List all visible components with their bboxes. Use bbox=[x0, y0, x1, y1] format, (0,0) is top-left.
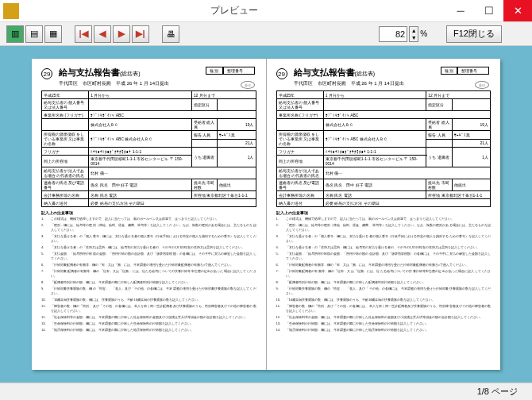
seal: 受印 bbox=[475, 81, 489, 89]
note-item: 7.「控除対象配偶者の有無等」欄の「従有」又は「従無」には、従たる給与についての… bbox=[276, 269, 492, 279]
prev-page-button[interactable]: ◀ bbox=[94, 25, 111, 43]
note-item: 11.「障害者の数」欄の「特別」及び「その他」の各欄には、本人を除く同一生計配偶… bbox=[41, 304, 256, 313]
zoom-input[interactable] bbox=[379, 26, 407, 42]
note-item: 4.「支払を受ける者」の「住所又は居所」欄には、給与等の支払を受ける者の、その年… bbox=[276, 245, 492, 250]
app-icon bbox=[3, 3, 19, 19]
notes: 1.この様式は、機械で処理しますので、記入に当たっては、黒のボールペン又は鉛筆で… bbox=[41, 217, 256, 333]
top-box: 種 別整理番号 bbox=[206, 67, 254, 75]
seal: 受印 bbox=[241, 81, 255, 89]
note-item: 13.「生命保険料の控除額」欄には、年末調整の際に控除した生命保険料の控除額を記… bbox=[41, 321, 256, 326]
print-button[interactable]: 🖶 bbox=[162, 25, 179, 43]
doc-number: 29 bbox=[41, 68, 52, 79]
view-page-button[interactable]: ▦ bbox=[44, 25, 62, 43]
note-item: 13.「生命保険料の控除額」欄には、年末調整の際に控除した生命保険料の控除額を記… bbox=[276, 321, 492, 326]
note-item: 11.「障害者の数」欄の「特別」及び「その他」の各欄には、本人を除く同一生計配偶… bbox=[276, 304, 492, 313]
view-double-button[interactable]: ▤ bbox=[25, 25, 43, 43]
window-title: プレビュー bbox=[22, 4, 446, 17]
form-table: 平成25年1 月分から12 月分まで給与支払者の 個人番号又は法人番号指定区分事… bbox=[276, 90, 492, 207]
status-bar: 1/8 ページ bbox=[0, 383, 532, 400]
doc-number: 29 bbox=[276, 68, 287, 79]
notes-title: 記入上の注意事項 bbox=[41, 210, 256, 215]
next-page-button[interactable]: ▶ bbox=[113, 25, 130, 43]
note-item: 14.「地震保険料の控除額」欄には、年末調整の際に控除した地震保険料の控除額を記… bbox=[41, 328, 256, 333]
note-item: 12.「社会保険料等の金額」欄には、年末調整の際に控除した社会保険料の金額及び小… bbox=[276, 315, 492, 320]
form-table: 平成25年1 月分から12 月分まで給与支払者の 個人番号又は法人番号指定区分事… bbox=[41, 90, 256, 207]
zoom-control: ▲▼ % bbox=[379, 26, 427, 42]
maximize-button[interactable]: ☐ bbox=[475, 0, 503, 21]
toolbar: ▥ ▤ ▦ |◀ ◀ ▶ ▶| 🖶 ▲▼ % F12閉じる bbox=[0, 22, 532, 46]
close-button[interactable]: ✕ bbox=[503, 0, 532, 21]
note-item: 1.この様式は、機械で処理しますので、記入に当たっては、黒のボールペン又は鉛筆で… bbox=[276, 217, 492, 221]
note-item: 9.「控除対象扶養親族の数」欄の「特定」、「老人」及び「その他」の各欄には、年末… bbox=[41, 287, 256, 296]
preview-area: 29給与支払報告書(総括表)千代田区 市区町村長殿 平成 26 年 1 月 14… bbox=[0, 46, 532, 383]
page-right: 29給与支払報告書(総括表)千代田区 市区町村長殿 平成 26 年 1 月 14… bbox=[267, 59, 501, 370]
note-item: 3.「支払を受ける者」の「個人番号」欄には、支払を受ける者の個人番号（行政手続に… bbox=[276, 234, 492, 244]
note-item: 5.「支払金額」「給与所得控除後の金額」「所得控除の額の合計額」及び「源泉徴収税… bbox=[276, 252, 492, 261]
note-item: 9.「控除対象扶養親族の数」欄の「特定」、「老人」及び「その他」の各欄には、年末… bbox=[276, 287, 492, 296]
last-page-button[interactable]: ▶| bbox=[132, 25, 149, 43]
top-box: 種 別整理番号 bbox=[441, 67, 489, 75]
note-item: 6.「控除対象配偶者の有無等」欄の「有」又は「無」には、年末調整の適用を受けた控… bbox=[276, 263, 492, 267]
zoom-spinner[interactable]: ▲▼ bbox=[409, 26, 418, 42]
note-item: 7.「控除対象配偶者の有無等」欄の「従有」又は「従無」には、従たる給与についての… bbox=[41, 269, 256, 279]
view-single-button[interactable]: ▥ bbox=[6, 25, 24, 43]
note-item: 5.「支払金額」「給与所得控除後の金額」「所得控除の額の合計額」及び「源泉徴収税… bbox=[41, 252, 256, 261]
sheet: 29給与支払報告書(総括表)千代田区 市区町村長殿 平成 26 年 1 月 14… bbox=[32, 59, 500, 370]
notes-title: 記入上の注意事項 bbox=[276, 210, 492, 215]
note-item: 12.「社会保険料等の金額」欄には、年末調整の際に控除した社会保険料の金額及び小… bbox=[41, 315, 256, 320]
first-page-button[interactable]: |◀ bbox=[75, 25, 92, 43]
note-item: 2.「種別」欄には、給与等の種別（俸給、給料、賃金、歳費、賞与等）を記入してくだ… bbox=[41, 223, 256, 233]
page-indicator: 1/8 ページ bbox=[477, 386, 518, 398]
note-item: 2.「種別」欄には、給与等の種別（俸給、給料、賃金、歳費、賞与等）を記入してくだ… bbox=[276, 223, 492, 233]
doc-addr: 千代田区 市区町村長殿 平成 26 年 1 月 14日提出 bbox=[59, 80, 256, 87]
note-item: 8.「配偶者特別控除の額」欄には、年末調整の際に控除した配偶者特別控除額を記入し… bbox=[41, 280, 256, 285]
note-item: 10.「16歳未満扶養親族の数」欄には、扶養親族のうち、年齢16歳未満の扶養親族… bbox=[276, 298, 492, 302]
notes: 1.この様式は、機械で処理しますので、記入に当たっては、黒のボールペン又は鉛筆で… bbox=[276, 217, 492, 333]
note-item: 10.「16歳未満扶養親族の数」欄には、扶養親族のうち、年齢16歳未満の扶養親族… bbox=[41, 298, 256, 302]
note-item: 3.「支払を受ける者」の「個人番号」欄には、支払を受ける者の個人番号（行政手続に… bbox=[41, 234, 256, 244]
note-item: 1.この様式は、機械で処理しますので、記入に当たっては、黒のボールペン又は鉛筆で… bbox=[41, 217, 256, 221]
note-item: 14.「地震保険料の控除額」欄には、年末調整の際に控除した地震保険料の控除額を記… bbox=[276, 328, 492, 333]
page-left: 29給与支払報告書(総括表)千代田区 市区町村長殿 平成 26 年 1 月 14… bbox=[32, 59, 267, 370]
note-item: 4.「支払を受ける者」の「住所又は居所」欄には、給与等の支払を受ける者の、その年… bbox=[41, 245, 256, 250]
note-item: 6.「控除対象配偶者の有無等」欄の「有」又は「無」には、年末調整の適用を受けた控… bbox=[41, 263, 256, 267]
minimize-button[interactable]: ─ bbox=[446, 0, 475, 21]
note-item: 8.「配偶者特別控除の額」欄には、年末調整の際に控除した配偶者特別控除額を記入し… bbox=[276, 280, 492, 285]
zoom-pct-label: % bbox=[420, 29, 427, 38]
title-bar: プレビュー ─ ☐ ✕ bbox=[0, 0, 532, 22]
f12-close-button[interactable]: F12閉じる bbox=[446, 25, 502, 43]
doc-addr: 千代田区 市区町村長殿 平成 26 年 1 月 14日提出 bbox=[294, 80, 492, 87]
